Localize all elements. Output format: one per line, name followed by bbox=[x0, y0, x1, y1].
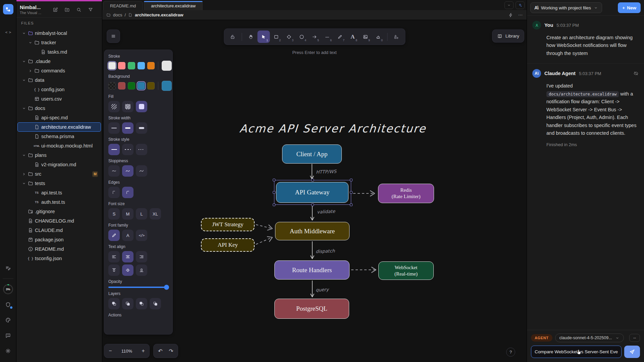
chev-down-icon bbox=[22, 59, 26, 64]
bolt-button[interactable] bbox=[508, 12, 514, 18]
selection-handle[interactable] bbox=[273, 179, 275, 181]
braces-icon: { } bbox=[34, 87, 40, 92]
model-selector[interactable]: claude-sonnet-4-5-202509... bbox=[555, 334, 624, 342]
gear-icon[interactable] bbox=[2, 345, 14, 357]
tree-item-label: users.csv bbox=[41, 96, 62, 102]
diagram-node-jwt-strategy[interactable]: JWT Strategy bbox=[201, 218, 255, 231]
tree-item-label: api-spec.md bbox=[41, 115, 68, 120]
diagram-node-redis[interactable]: Redis(Rate Limiter) bbox=[378, 184, 434, 203]
context-selector[interactable]: A\ Working with project files bbox=[530, 2, 602, 13]
excalidraw-canvas[interactable]: 1234567A890 Press Enter to add text Libr… bbox=[102, 20, 527, 362]
project-header: Nimbal... The Visual ... bbox=[16, 1, 102, 17]
composer-more-button[interactable]: -- bbox=[629, 334, 640, 342]
feedback-icon[interactable] bbox=[2, 330, 14, 341]
tree-item-label: plans bbox=[35, 153, 47, 158]
tab-architecture.excalidraw[interactable]: architecture.excalidraw bbox=[144, 1, 203, 10]
tree-item-schema.prisma[interactable]: schema.prisma bbox=[17, 132, 101, 141]
send-button[interactable] bbox=[624, 346, 640, 358]
code-view-icon[interactable]: < > bbox=[2, 26, 14, 38]
selection-handle[interactable] bbox=[350, 191, 353, 194]
tree-item-nimbalyst-local[interactable]: nimbalyst-local bbox=[17, 28, 101, 38]
tree-item-commands[interactable]: commands bbox=[17, 66, 101, 75]
user-avatar bbox=[532, 21, 541, 29]
tree-item-README.md[interactable]: README.md bbox=[17, 244, 101, 254]
tree-item-config.json[interactable]: { }config.json bbox=[17, 85, 101, 94]
tab-README.md[interactable]: README.md bbox=[103, 1, 143, 10]
diagram-node-route-handlers[interactable]: Route Handlers bbox=[274, 260, 350, 280]
file-type-icon bbox=[33, 162, 40, 167]
palette-icon[interactable] bbox=[2, 314, 14, 326]
tree-item-auth.test.ts[interactable]: TSauth.test.ts bbox=[17, 197, 101, 207]
tree-item-architecture.excalidraw[interactable]: architecture.excalidraw bbox=[17, 122, 101, 132]
breadcrumb-folder[interactable]: docs bbox=[113, 12, 122, 17]
selection-box[interactable] bbox=[274, 180, 351, 205]
inline-code: docs/architecture.excalidraw bbox=[546, 91, 619, 97]
diagram-node-auth-middleware[interactable]: Auth Middleware bbox=[275, 222, 350, 240]
selection-handle[interactable] bbox=[350, 203, 353, 206]
tree-item-data[interactable]: data bbox=[17, 75, 101, 85]
folder-icon bbox=[28, 181, 33, 186]
message-body: I've updated docs/architecture.excalidra… bbox=[546, 82, 639, 137]
diagram-node-api-key[interactable]: API Key bbox=[201, 238, 255, 252]
tree-item-docs[interactable]: docs bbox=[17, 104, 101, 113]
tree-item-tracker[interactable]: tracker bbox=[17, 38, 101, 47]
file-type-icon bbox=[33, 134, 40, 139]
diagram-node-postgresql[interactable]: PostgreSQL bbox=[274, 299, 349, 319]
notes-edit-icon[interactable] bbox=[2, 262, 14, 274]
pencil-square-button[interactable] bbox=[51, 5, 60, 14]
diagram-node-client-app[interactable]: Client / App bbox=[282, 144, 342, 164]
new-chat-button[interactable]: + New bbox=[618, 2, 641, 13]
diagram-node-websocket[interactable]: WebSocket(Real-time) bbox=[378, 261, 434, 280]
tree-item-plans[interactable]: plans bbox=[17, 150, 101, 160]
tree-item-package.json[interactable]: package.json bbox=[17, 235, 101, 244]
tree-item-users.csv[interactable]: users.csv bbox=[17, 94, 101, 104]
sparkle-button[interactable] bbox=[516, 1, 525, 9]
eye-off-icon bbox=[633, 71, 639, 76]
tree-item-tsconfig.json[interactable]: { }tsconfig.json bbox=[17, 254, 101, 263]
tree-item-v2-migration.md[interactable]: v2-migration.md bbox=[17, 160, 101, 169]
caret-down-icon bbox=[615, 336, 620, 340]
dots-button[interactable]: ⋯ bbox=[518, 12, 523, 17]
file-type-icon bbox=[27, 246, 34, 252]
diagram-title[interactable]: Acme API Server Architecture bbox=[239, 122, 427, 135]
tree-item-.claude[interactable]: .claude bbox=[17, 57, 101, 66]
tree-item-tasks.md[interactable]: tasks.md bbox=[17, 47, 101, 57]
tree-item-CLAUDE.md[interactable]: CLAUDE.md bbox=[17, 226, 101, 235]
tree-item-tests[interactable]: tests bbox=[17, 179, 101, 188]
tree-item-.gitignore[interactable]: .gitignore bbox=[17, 207, 101, 216]
node-label: Auth Middleware bbox=[290, 227, 335, 235]
selection-handle[interactable] bbox=[311, 179, 314, 181]
help-button[interactable]: ? bbox=[506, 348, 515, 357]
zoom-in-button[interactable]: + bbox=[137, 344, 149, 358]
new-chat-label: New bbox=[627, 5, 636, 10]
search-button[interactable] bbox=[74, 5, 84, 14]
file-icon bbox=[128, 13, 132, 17]
rail-divider bbox=[3, 279, 13, 279]
shield-icon[interactable] bbox=[2, 299, 14, 310]
tree-item-src[interactable]: srcM bbox=[17, 169, 101, 179]
undo-button[interactable]: ↶ bbox=[155, 344, 166, 358]
tree-item-api-spec.md[interactable]: api-spec.md bbox=[17, 113, 101, 122]
redo-button[interactable]: ↷ bbox=[166, 344, 176, 358]
filter-button[interactable] bbox=[86, 5, 95, 14]
selection-handle[interactable] bbox=[350, 179, 353, 181]
tree-item-api.test.ts[interactable]: TSapi.test.ts bbox=[17, 188, 101, 197]
app-window: < > 3% Nimbal... The Visual ... FILES ni… bbox=[0, 0, 644, 362]
tree-item-ui-mockup.mockup.html[interactable]: HTMLui-mockup.mockup.html bbox=[17, 141, 101, 150]
selection-handle[interactable] bbox=[273, 203, 275, 206]
tree-item-CHANGELOG.md[interactable]: CHANGELOG.md bbox=[17, 216, 101, 226]
selection-handle[interactable] bbox=[311, 203, 314, 206]
zoom-level[interactable]: 110% bbox=[116, 349, 137, 354]
zoom-out-button[interactable]: − bbox=[104, 344, 116, 358]
caret-down-button[interactable] bbox=[504, 1, 514, 9]
message-author: Claude Agent bbox=[544, 71, 576, 76]
chevron-right-icon bbox=[28, 69, 33, 73]
selection-handle[interactable] bbox=[273, 191, 275, 194]
hide-message-button[interactable] bbox=[633, 71, 639, 76]
folder-icon bbox=[106, 13, 111, 17]
app-logo-icon[interactable] bbox=[3, 4, 13, 14]
folder-plus-button[interactable] bbox=[62, 5, 72, 14]
usage-gauge[interactable]: 3% bbox=[2, 284, 14, 295]
chat-input[interactable]: Compare WebSocket vs Server-Sent Eve bbox=[531, 346, 622, 358]
tree-item-label: ui-mockup.mockup.html bbox=[41, 143, 93, 148]
